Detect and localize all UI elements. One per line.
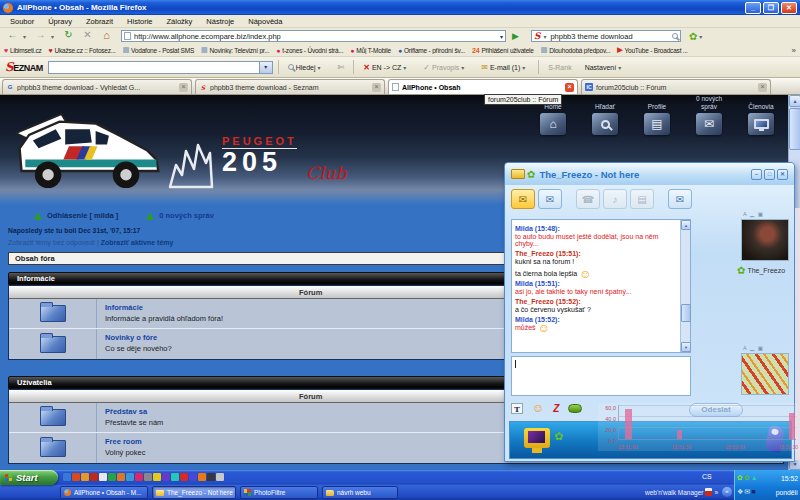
chat-minimize-button[interactable]: –	[751, 169, 762, 180]
url-dropdown-icon[interactable]: ▾	[500, 33, 503, 40]
logout-link[interactable]: Odhlásenie [ milda ]	[47, 211, 118, 220]
quick-launch-icon[interactable]	[108, 473, 116, 481]
tray-icq-flower-icon[interactable]: ✿	[737, 474, 743, 482]
forum-link[interactable]: Představ sa	[105, 407, 163, 416]
title-bar[interactable]: AllPhone • Obsah - Mozilla Firefox _ ❐ ✕	[0, 0, 800, 15]
call-button[interactable]: ☎	[576, 189, 600, 209]
quick-launch-icon[interactable]	[171, 473, 179, 481]
message-mode-button[interactable]: ✉	[511, 189, 535, 209]
menu-item[interactable]: Nápověda	[242, 16, 288, 27]
forum-link[interactable]: Informácie	[105, 303, 223, 312]
members-icon[interactable]	[748, 113, 774, 135]
taskbar-button-photofiltre[interactable]: PhotoFiltre	[240, 486, 318, 499]
tab-close-icon[interactable]: ×	[758, 83, 767, 92]
unanswered-link[interactable]: Zobraziť témy bez odpovedí	[8, 239, 95, 246]
minimize-button[interactable]: _	[745, 2, 761, 14]
taskbar-button-folder[interactable]: návrh webu	[322, 486, 398, 499]
back-dropdown-icon[interactable]: ▾	[23, 33, 30, 40]
restore-button[interactable]: ❐	[763, 2, 779, 14]
quick-launch-icon[interactable]	[162, 473, 170, 481]
bookmark-item[interactable]: ♥Ukažse.cz :: Fotosez...	[49, 46, 116, 54]
quick-launch-icon[interactable]	[153, 473, 161, 481]
tray-app-icon[interactable]: ▲	[751, 474, 758, 482]
tray-day[interactable]: pondělí	[776, 489, 798, 496]
combo-dropdown-icon[interactable]: ▾	[259, 62, 272, 73]
icq-status-icon[interactable]: ✿	[689, 31, 697, 42]
tray-mail-icon[interactable]: ✉	[744, 488, 750, 496]
mail-icon[interactable]: ✉	[696, 113, 722, 135]
games-button[interactable]	[568, 404, 582, 413]
own-avatar-controls[interactable]: A ▁ ▣	[743, 345, 764, 351]
bookmark-item[interactable]: ●t-zones - Úvodní strá...	[276, 46, 343, 54]
quick-launch-icon[interactable]	[189, 473, 197, 481]
forward-icon[interactable]: →	[32, 29, 49, 43]
bookmark-item[interactable]: ●Oriflame - přírodní šv...	[398, 46, 465, 54]
menu-item[interactable]: Nástroje	[200, 16, 240, 27]
seznam-search-input[interactable]: ▾	[48, 61, 273, 74]
bookmark-item[interactable]: ▤Vodafone - Poslat SMS	[123, 46, 194, 54]
menu-item[interactable]: Historie	[121, 16, 158, 27]
search-magnifier-icon[interactable]	[672, 33, 678, 39]
zap-button[interactable]: Z	[553, 403, 559, 414]
quick-launch-icon[interactable]	[99, 473, 107, 481]
chat-input[interactable]	[511, 356, 691, 396]
chat-title-bar[interactable]: ✿ The_Freezo - Not here – □ ✕	[505, 163, 794, 185]
bookmark-item[interactable]: 24Přihlášení uživatele	[472, 46, 534, 54]
bookmark-item[interactable]: ♥Libimseti.cz	[4, 46, 42, 54]
forum-link[interactable]: Free room	[105, 437, 145, 446]
scroll-up-icon[interactable]: ▲	[681, 220, 691, 230]
bookmark-item[interactable]: ▤Dlouhodobá předpov...	[541, 46, 611, 54]
webnwalk-manager-label[interactable]: web'n'walk Manager »	[645, 488, 718, 496]
taskbar-button-firefox[interactable]: AllPhone • Obsah - M...	[60, 486, 148, 499]
home-icon[interactable]: ⌂	[98, 29, 115, 43]
menu-item[interactable]: Zobrazit	[80, 16, 119, 27]
seznam-clip-button[interactable]: ✄	[334, 60, 349, 75]
avatar-controls[interactable]: A ▁ ▣	[743, 211, 764, 217]
email-mode-button[interactable]: ✉	[538, 189, 562, 209]
bookmarks-overflow-icon[interactable]: »	[792, 46, 796, 55]
menu-item[interactable]: Záložky	[160, 16, 198, 27]
seznam-engine-icon[interactable]: S	[534, 31, 541, 41]
quick-launch-icon[interactable]	[81, 473, 89, 481]
stop-icon[interactable]: ✕	[79, 29, 96, 43]
tab-seznam-search[interactable]: phpbb3 theme download - Seznam×	[195, 79, 385, 94]
bookmark-item[interactable]: ●Můj T-Mobile	[350, 46, 391, 54]
home-icon[interactable]: ⌂	[540, 113, 566, 135]
quick-launch-icon[interactable]	[180, 473, 188, 481]
quick-launch-icon[interactable]	[72, 473, 80, 481]
font-button[interactable]: T	[511, 403, 523, 414]
chat-message-pane[interactable]: Milda (15:48):to auto budu muset ještě d…	[511, 219, 691, 353]
search-value[interactable]: phpbb3 theme download	[550, 32, 632, 41]
icq-dropdown-icon[interactable]: ▾	[699, 33, 706, 40]
voice-button[interactable]: ♪	[603, 189, 627, 209]
engine-dropdown-icon[interactable]: ▾	[543, 33, 550, 40]
quick-launch-icon[interactable]	[90, 473, 98, 481]
scroll-down-icon[interactable]: ▼	[681, 342, 691, 352]
seznam-logo[interactable]: SEZNAM	[5, 60, 43, 74]
send-file-button[interactable]: ✉	[668, 189, 692, 209]
tray-clock[interactable]: 15:52	[781, 475, 798, 482]
tab-close-icon[interactable]: ×	[565, 83, 574, 92]
seznam-srank-button[interactable]: S-Rank	[544, 61, 575, 74]
tab-forum205club[interactable]: forum205club :: Fórum×	[581, 79, 771, 94]
chat-scrollbar[interactable]: ▲ ▼	[680, 220, 690, 352]
taskbar-button-icq[interactable]: The_Freezo - Not here	[152, 486, 236, 499]
tab-close-icon[interactable]: ×	[179, 83, 188, 92]
quick-launch-icon[interactable]	[216, 473, 224, 481]
seznam-nastaveni-button[interactable]: Nastavení▾	[581, 61, 630, 74]
reload-icon[interactable]: ↻	[60, 29, 77, 43]
nav-search[interactable]: Hľadať	[584, 96, 626, 135]
quick-launch-icon[interactable]	[135, 473, 143, 481]
start-button[interactable]: Start	[0, 470, 58, 485]
nav-members[interactable]: Členovia	[740, 96, 782, 135]
active-topics-link[interactable]: Zobraziť aktívne témy	[101, 239, 174, 246]
quick-launch-icon[interactable]	[207, 473, 215, 481]
tab-allphone[interactable]: AllPhone • Obsah×	[388, 79, 578, 94]
bookmark-item[interactable]: ▤Novinky: Televizní pr...	[201, 46, 269, 54]
search-bar[interactable]: S ▾ phpbb3 theme download	[531, 30, 681, 42]
chat-close-button[interactable]: ✕	[777, 169, 788, 180]
emoticon-button[interactable]: ☺	[532, 401, 544, 415]
forward-dropdown-icon[interactable]: ▾	[51, 33, 58, 40]
scroll-up-icon[interactable]: ▲	[789, 95, 800, 107]
tray-network-icon[interactable]: ■	[751, 488, 755, 496]
